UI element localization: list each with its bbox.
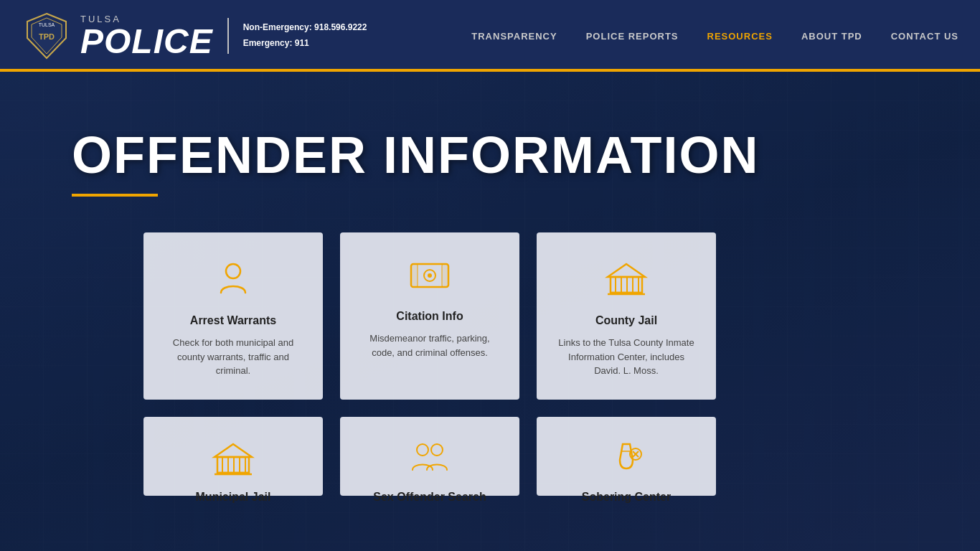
svg-marker-27 [215, 444, 252, 457]
svg-point-28 [417, 444, 428, 456]
nav-item-police-reports[interactable]: POLICE REPORTS [586, 31, 679, 42]
emergency-label: Emergency: [243, 38, 293, 48]
non-emergency-number: 918.596.9222 [314, 22, 367, 32]
arrest-warrants-icon [214, 258, 253, 303]
county-jail-icon [605, 258, 648, 303]
emergency-number: 911 [295, 38, 309, 48]
page-title: OFFENDER INFORMATION [72, 129, 908, 181]
badge-logo-icon: TPD TULSA [22, 11, 72, 61]
header: TPD TULSA TULSA POLICE Non-Emergency: 91… [0, 0, 980, 72]
svg-rect-9 [442, 264, 448, 287]
hero-section: OFFENDER INFORMATION Arrest Warrants Che… [0, 72, 980, 551]
main-nav: TRANSPARENCYPOLICE REPORTSRESOURCESABOUT… [471, 31, 958, 42]
svg-point-7 [428, 273, 432, 278]
card-county-jail[interactable]: County Jail Links to the Tulsa County In… [537, 232, 716, 400]
card-sex-offender-search[interactable]: Sex Offender Search [340, 417, 519, 496]
nav-item-resources[interactable]: RESOURCES [707, 31, 773, 42]
card-sobering-center[interactable]: Sobering Center [537, 417, 716, 496]
card-arrest-warrants[interactable]: Arrest Warrants Check for both municipal… [143, 232, 323, 400]
arrest-warrants-title: Arrest Warrants [190, 314, 276, 327]
logo-text: TULSA POLICE [80, 14, 213, 59]
contact-info: Non-Emergency: 918.596.9222 Emergency: 9… [243, 20, 367, 51]
svg-point-29 [431, 444, 443, 456]
sex-offender-search-icon [408, 438, 451, 482]
nav-item-contact-us[interactable]: CONTACT US [891, 31, 958, 42]
cards-grid-top: Arrest Warrants Check for both municipal… [72, 232, 908, 400]
logo-area: TPD TULSA TULSA POLICE [22, 11, 213, 61]
cards-grid-bottom: Municipal Jail Sex Offender Search Sober… [72, 400, 908, 496]
citation-info-description: Misdemeanor traffic, parking, code, and … [357, 331, 502, 359]
card-municipal-jail[interactable]: Municipal Jail [143, 417, 323, 496]
hero-content: OFFENDER INFORMATION Arrest Warrants Che… [0, 72, 980, 532]
header-divider [227, 18, 229, 54]
non-emergency-label: Non-Emergency: [243, 22, 312, 32]
svg-text:TULSA: TULSA [39, 22, 55, 27]
svg-marker-18 [608, 264, 645, 277]
nav-item-transparency[interactable]: TRANSPARENCY [471, 31, 557, 42]
nav-item-about-tpd[interactable]: ABOUT TPD [801, 31, 862, 42]
svg-point-4 [226, 264, 240, 278]
svg-text:TPD: TPD [39, 32, 55, 41]
municipal-jail-title: Municipal Jail [196, 491, 271, 504]
header-gold-bar [0, 69, 980, 72]
sex-offender-search-title: Sex Offender Search [373, 491, 486, 504]
card-citation-info[interactable]: Citation Info Misdemeanor traffic, parki… [340, 232, 519, 400]
citation-info-icon [408, 258, 451, 298]
sobering-center-title: Sobering Center [582, 491, 671, 504]
municipal-jail-icon [212, 438, 255, 482]
citation-info-title: Citation Info [396, 310, 463, 323]
sobering-center-icon [607, 438, 646, 482]
county-jail-description: Links to the Tulsa County Inmate Informa… [554, 336, 699, 378]
county-jail-title: County Jail [595, 314, 657, 327]
logo-police-text: POLICE [80, 24, 213, 59]
svg-rect-8 [411, 264, 418, 287]
arrest-warrants-description: Check for both municipal and county warr… [161, 336, 306, 378]
title-underline [72, 194, 158, 197]
